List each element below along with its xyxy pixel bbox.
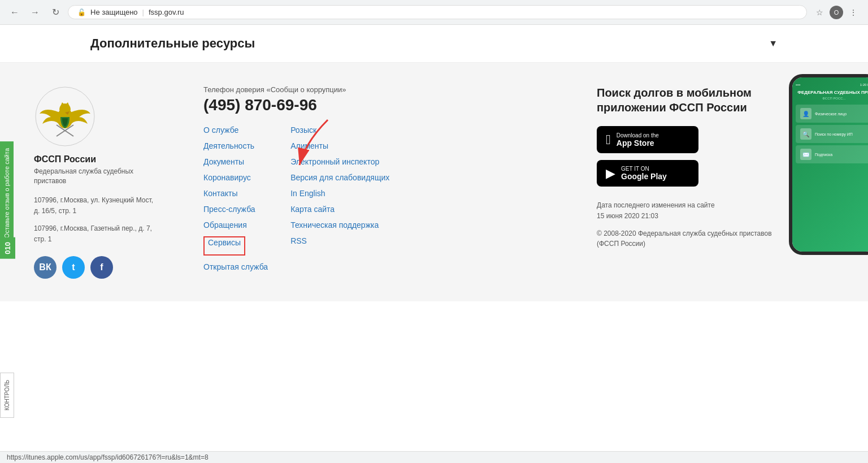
nav-link-rozysk[interactable]: Розыск [290, 126, 389, 135]
menu-button[interactable]: ⋮ [845, 5, 861, 20]
browser-actions: ☆ O ⋮ [811, 5, 861, 20]
page-content: Дополнительные ресурсы ▼ [0, 25, 868, 463]
profile-button[interactable]: O [830, 6, 843, 19]
phone-menu-item-2: 🔍 Поиск по номеру ИП [796, 125, 868, 143]
google-play-button[interactable]: ▶ GET IT ON Google Play [597, 160, 698, 187]
reload-button[interactable]: ↻ [47, 5, 63, 20]
back-button[interactable]: ← [7, 5, 23, 20]
control-tab[interactable]: КОНТРОЛЬ [0, 373, 14, 418]
org-address2: 107996, г.Москва, Газетный пер., д. 7, с… [34, 223, 158, 245]
forward-button[interactable]: → [27, 5, 43, 20]
app-store-big-label: App Store [617, 139, 659, 148]
nav-col-2: Розыск Алименты Электронный инспектор Ве… [290, 126, 389, 278]
app-store-text: Download on the App Store [617, 132, 659, 148]
org-name: ФССП России [34, 154, 158, 165]
security-label: Не защищено [90, 8, 138, 16]
phone-menu-icon-3: ✉️ [800, 149, 811, 160]
nav-link-tekhnicheskaya-podderzhka[interactable]: Техническая поддержка [290, 220, 389, 230]
twitter-icon: t [72, 262, 75, 272]
security-icon: 🔓 [77, 8, 86, 16]
control-tab-label: КОНТРОЛЬ [4, 380, 10, 410]
nav-link-in-english[interactable]: In English [290, 189, 389, 198]
nav-link-rss[interactable]: RSS [290, 236, 389, 245]
last-modified-date: 15 июня 2020 21:03 [597, 212, 658, 220]
phone-screen: •••• 1:20 PM ФЕДЕРАЛЬНАЯ СУДЕБНЫХ ПРИ ФС… [792, 77, 868, 252]
bookmark-button[interactable]: ☆ [811, 5, 827, 20]
apple-icon:  [606, 132, 611, 148]
twitter-button[interactable]: t [62, 256, 85, 279]
feedback-tab-label: Оставьте отзыв о работе сайта [3, 148, 10, 238]
google-play-text: GET IT ON Google Play [621, 166, 667, 181]
nav-link-deyatelnost[interactable]: Деятельность [203, 141, 268, 150]
phone-menu-item-3: ✉️ Подписка [796, 145, 868, 163]
phone-status-bar: •••• 1:20 PM [796, 83, 868, 86]
google-play-small-label: GET IT ON [621, 166, 667, 172]
nav-link-koronavirus[interactable]: Коронавирус [203, 173, 268, 182]
nav-col-1: О службе Деятельность Документы Коронави… [203, 126, 268, 278]
nav-link-press-sluzhba[interactable]: Пресс-служба [203, 205, 268, 214]
nav-link-o-sluzhbe[interactable]: О службе [203, 126, 268, 135]
url-domain: fssp.gov.ru [149, 8, 184, 16]
phone-menu-icon-1: 👤 [800, 108, 811, 119]
app-title: Поиск долгов в мобильном приложении ФССП… [597, 85, 778, 115]
section-title: Дополнительные ресурсы [90, 36, 255, 51]
phone-menu-label-1: Физическое лицо [815, 112, 847, 116]
phone-signal: •••• [796, 83, 800, 86]
browser-status-bar: https://itunes.apple.com/us/app/fssp/id6… [0, 451, 868, 463]
footer-right-panel: Поиск долгов в мобильном приложении ФССП… [597, 85, 778, 279]
google-play-icon: ▶ [606, 166, 615, 181]
browser-chrome: ← → ↻ 🔓 Не защищено | fssp.gov.ru ☆ O ⋮ [0, 0, 868, 25]
phone-menu-item-1: 👤 Физическое лицо [796, 105, 868, 123]
nav-link-kontakty[interactable]: Контакты [203, 189, 268, 198]
phone-time: 1:20 PM [860, 83, 868, 86]
org-logo [34, 85, 96, 148]
phone-app-title: ФЕДЕРАЛЬНАЯ СУДЕБНЫХ ПРИ [796, 90, 868, 96]
nav-link-versiya-dlya-slabovidyashchikh[interactable]: Версия для слабовидящих [290, 173, 389, 182]
url-separator: | [142, 8, 144, 16]
phone-app-subtitle: ФССП РОСС... [796, 97, 868, 100]
vk-icon: ВК [39, 262, 51, 272]
vk-button[interactable]: ВК [34, 256, 57, 279]
nav-columns: О службе Деятельность Документы Коронави… [203, 126, 574, 278]
phone-mockup: •••• 1:20 PM ФЕДЕРАЛЬНАЯ СУДЕБНЫХ ПРИ ФС… [789, 74, 868, 255]
google-play-big-label: Google Play [621, 172, 667, 181]
feedback-tab[interactable]: Оставьте отзыв о работе сайта [0, 141, 14, 245]
footer-area: ФССП России Федеральная служба судебных … [0, 63, 868, 301]
facebook-button[interactable]: f [90, 256, 113, 279]
phone-mockup-wrapper: •••• 1:20 PM ФЕДЕРАЛЬНАЯ СУДЕБНЫХ ПРИ ФС… [755, 63, 868, 301]
hotline-label: Телефон доверия «Сообщи о коррупции» [203, 85, 574, 94]
app-store-small-label: Download on the [617, 132, 659, 139]
social-links: ВК t f [34, 256, 158, 279]
last-modified-section: Дата последнего изменения на сайте 15 ию… [597, 200, 778, 222]
nav-link-karta-sayta[interactable]: Карта сайта [290, 205, 389, 214]
last-modified-label: Дата последнего изменения на сайте [597, 201, 715, 209]
nav-link-alimenty[interactable]: Алименты [290, 141, 389, 150]
copyright-text: © 2008-2020 Федеральная служба судебных … [597, 228, 778, 249]
footer-middle-panel: Телефон доверия «Сообщи о коррупции» (49… [181, 85, 574, 279]
org-subtitle: Федеральная служба судебных приставов [34, 167, 158, 186]
status-url: https://itunes.apple.com/us/app/fssp/id6… [7, 453, 209, 461]
number-badge[interactable]: 010 [0, 237, 15, 259]
facebook-icon: f [100, 262, 103, 272]
hotline-number: (495) 870-69-96 [203, 96, 574, 114]
org-address1: 107996, г.Москва, ул. Кузнецкий Мост, д.… [34, 195, 158, 217]
services-box: Сервисы [203, 236, 245, 256]
phone-menu-icon-2: 🔍 [800, 128, 811, 140]
app-store-button[interactable]:  Download on the App Store [597, 126, 698, 153]
footer-left-panel: ФССП России Федеральная служба судебных … [34, 85, 158, 279]
phone-menu-label-2: Поиск по номеру ИП [815, 132, 853, 136]
nav-link-obrashcheniya[interactable]: Обращения [203, 220, 268, 230]
nav-link-dokumenty[interactable]: Документы [203, 157, 268, 166]
number-badge-label: 010 [3, 242, 12, 254]
nav-link-otkrytaya-sluzhba[interactable]: Открытая служба [203, 262, 268, 271]
services-wrapper: Сервисы [203, 236, 245, 256]
nav-link-elektronnyy-inspektor[interactable]: Электронный инспектор [290, 157, 389, 166]
nav-link-serviisy[interactable]: Сервисы [208, 238, 241, 247]
phone-menu-label-3: Подписка [815, 153, 832, 157]
section-header: Дополнительные ресурсы ▼ [0, 25, 868, 63]
section-chevron[interactable]: ▼ [769, 38, 778, 49]
address-bar[interactable]: 🔓 Не защищено | fssp.gov.ru [68, 5, 807, 19]
